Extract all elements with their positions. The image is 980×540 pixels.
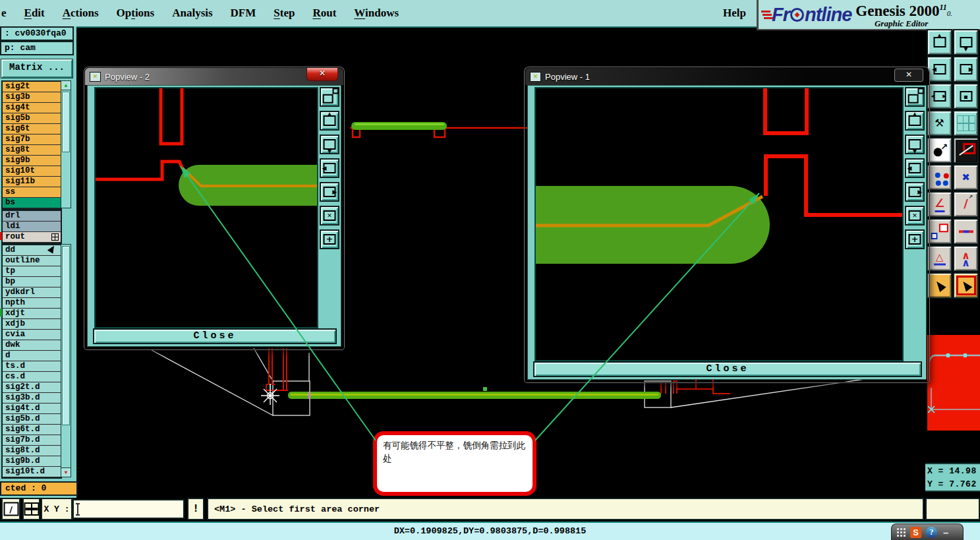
alert-button[interactable]: !	[187, 498, 204, 520]
layer-item-sig6t.d[interactable]: sig6t.d	[3, 425, 61, 435]
app-drawer-icon[interactable]	[897, 528, 906, 537]
layer-item-bs[interactable]: bs	[3, 198, 61, 208]
layer-item-tp[interactable]: tp	[3, 266, 61, 277]
minimize-button[interactable]: –	[943, 527, 948, 538]
pv1-popview-transfer-button[interactable]	[905, 87, 925, 107]
layer-item-dwk[interactable]: dwk	[3, 340, 61, 351]
layer-item-sig10t[interactable]: sig10t	[3, 166, 61, 177]
pan-left-button[interactable]	[927, 56, 952, 82]
triangle-up-button[interactable]	[927, 245, 952, 272]
pv1-pan-right-button[interactable]	[905, 182, 925, 202]
frame-select-button[interactable]	[953, 272, 979, 299]
layer-item-sig3b[interactable]: sig3b	[3, 92, 61, 103]
pan-up-button[interactable]	[927, 29, 952, 55]
layer-item-ss[interactable]: ss	[3, 187, 61, 198]
pv2-zoom-out-button[interactable]	[320, 229, 339, 249]
layer-item-sig7b.d[interactable]: sig7b.d	[3, 435, 61, 446]
pv1-zoom-in-button[interactable]	[905, 206, 925, 225]
erase-button[interactable]	[953, 164, 979, 191]
layer-item-d[interactable]: d	[3, 351, 61, 361]
layer-item-sig6t[interactable]: sig6t	[3, 124, 61, 135]
measure-angle-button[interactable]	[927, 191, 952, 218]
layer-item-sig5b[interactable]: sig5b	[3, 113, 61, 124]
layer-item-sig7b[interactable]: sig7b	[3, 135, 61, 145]
layer-item-sig4t.d[interactable]: sig4t.d	[3, 404, 61, 414]
grid-toggle-button[interactable]	[953, 110, 979, 136]
layer-item-sig10t.d[interactable]: sig10t.d	[3, 467, 61, 477]
popview-1-close-button[interactable]: Close	[533, 361, 922, 377]
pv2-popview-transfer-button[interactable]	[320, 87, 339, 107]
zoom-selected-button[interactable]	[927, 137, 952, 164]
pv1-pan-left-button[interactable]	[905, 158, 925, 178]
layer-item-cvia[interactable]: cvia	[3, 330, 61, 340]
layer-item-outline[interactable]: outline	[3, 256, 61, 266]
pv2-pan-up-button[interactable]	[320, 111, 339, 131]
pad-snap-button[interactable]	[927, 218, 952, 245]
popview-2-close-button[interactable]: Close	[93, 328, 337, 344]
layer-item-ldi[interactable]: ldi	[3, 222, 61, 232]
layer-scrollbar-bottom[interactable]: ▼	[61, 244, 71, 477]
layer-item-ydkdrl[interactable]: ydkdrl	[3, 287, 61, 298]
popview-1-titlebar[interactable]: ✕ Popview - 1 ✕	[525, 68, 929, 85]
layer-item-ts.d[interactable]: ts.d	[3, 361, 61, 372]
layer-item-sig8t[interactable]: sig8t	[3, 145, 61, 156]
layer-item-sig11b[interactable]: sig11b	[3, 177, 61, 187]
popview-1-close-icon[interactable]: ✕	[894, 69, 923, 82]
pv2-pan-down-button[interactable]	[320, 135, 339, 154]
measure-line-button[interactable]	[953, 191, 979, 218]
net-points-button[interactable]	[927, 164, 952, 191]
pv1-pan-up-button[interactable]	[905, 111, 925, 131]
popview-2-body: Close	[87, 85, 341, 347]
pv2-pan-right-button[interactable]	[320, 182, 339, 202]
layer-item-cs.d[interactable]: cs.d	[3, 372, 61, 382]
popview-2-title: Popview - 2	[105, 72, 150, 82]
measure-mode-button[interactable]	[1, 498, 20, 520]
layer-item-sig2t[interactable]: sig2t	[3, 82, 61, 92]
popview-2-drawing	[96, 88, 317, 327]
layer-item-sig5b.d[interactable]: sig5b.d	[3, 414, 61, 425]
pv1-pan-down-button[interactable]	[905, 135, 925, 154]
select-mode-button[interactable]	[927, 272, 952, 299]
scroll-up-icon[interactable]: ▲	[61, 81, 71, 90]
pv2-zoom-in-button[interactable]	[320, 206, 339, 225]
zoom-center-button[interactable]	[953, 83, 979, 109]
measure-width-button[interactable]	[953, 218, 979, 245]
layer-item-sig9b[interactable]: sig9b	[3, 156, 61, 166]
popview-2-close-icon[interactable]: ✕	[306, 68, 338, 81]
tile-windows-button[interactable]	[22, 498, 40, 520]
layer-item-bp[interactable]: bp	[3, 277, 61, 287]
scrollbar-thumb[interactable]	[62, 246, 70, 425]
pv1-zoom-out-button[interactable]	[905, 229, 925, 249]
layer-item-sig3b.d[interactable]: sig3b.d	[3, 393, 61, 404]
layer-item-rout[interactable]: rout	[3, 232, 61, 243]
layer-scrollbar-top[interactable]: ▲	[61, 80, 71, 208]
layer-item-npth[interactable]: npth	[3, 298, 61, 309]
pv2-pan-left-button[interactable]	[320, 158, 339, 178]
scrollbar-thumb[interactable]	[62, 92, 70, 152]
chevron-up-button[interactable]	[953, 245, 979, 272]
pan-right-button[interactable]	[953, 56, 979, 82]
shape-edit-button[interactable]	[953, 137, 979, 164]
layer-item-sig4t[interactable]: sig4t	[3, 103, 61, 113]
pan-down-button[interactable]	[953, 29, 979, 55]
layer-item-xdjb[interactable]: xdjb	[3, 319, 61, 330]
box-up-icon	[321, 112, 338, 129]
scroll-down-icon[interactable]: ▼	[61, 467, 71, 477]
layer-item-sig9b.d[interactable]: sig9b.d	[3, 456, 61, 467]
popview-1-canvas[interactable]	[534, 87, 904, 361]
popview-1-window[interactable]: ✕ Popview - 1 ✕ Close	[525, 67, 929, 382]
layer-item-sig8t.d[interactable]: sig8t.d	[3, 446, 61, 456]
popview-2-titlebar[interactable]: ✕ Popview - 2 ✕	[85, 68, 343, 85]
layer-item-sig2t.d[interactable]: sig2t.d	[3, 382, 61, 393]
s-app-icon[interactable]: S	[910, 527, 921, 538]
popview-2-canvas[interactable]	[94, 87, 318, 328]
popview-2-window[interactable]: ✕ Popview - 2 ✕ Close	[84, 67, 344, 349]
layer-item-drl[interactable]: drl	[3, 211, 61, 222]
help-app-icon[interactable]: ?	[926, 527, 937, 538]
popview-1-toolbar	[905, 87, 925, 249]
zoom-extents-button[interactable]	[927, 83, 952, 109]
layer-item-xdjt[interactable]: xdjt	[3, 309, 61, 319]
setup-tools-button[interactable]	[927, 110, 952, 136]
xy-coordinate-input[interactable]	[72, 499, 185, 519]
matrix-button[interactable]: Matrix ...	[1, 59, 72, 78]
